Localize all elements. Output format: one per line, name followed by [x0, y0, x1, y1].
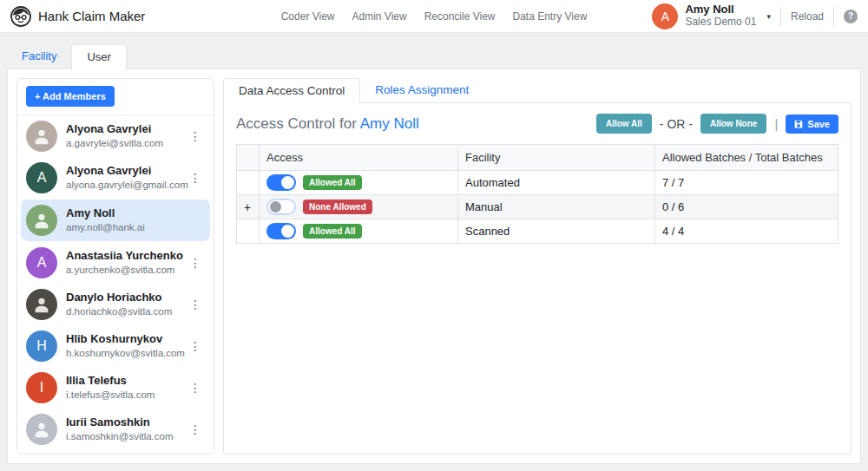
member-info: Alyona Gavrylei a.gavrylei@svitla.com	[66, 122, 177, 150]
list-item-member[interactable]: Iurii Samoshkin i.samoshkin@svitla.com ⋮	[19, 409, 212, 450]
member-email: a.gavrylei@svitla.com	[66, 137, 177, 150]
kebab-menu-icon[interactable]: ⋮	[186, 171, 205, 185]
save-label: Save	[807, 119, 830, 129]
reload-button[interactable]: Reload	[791, 10, 824, 23]
member-name: Alyona Gavrylei	[66, 122, 177, 137]
facility-cell: Manual	[458, 195, 655, 219]
member-photo-avatar	[26, 289, 57, 320]
nav-data-entry-view[interactable]: Data Entry View	[512, 10, 587, 23]
status-badge: None Allowed	[303, 200, 372, 214]
member-email: alyona.gavrylei@gmail.com	[66, 179, 177, 192]
access-title-prefix: Access Control for	[236, 115, 360, 132]
kebab-menu-icon[interactable]: ⋮	[186, 129, 205, 143]
column-facility: Facility	[458, 145, 655, 171]
member-photo-avatar	[26, 205, 57, 236]
app-header: Hank Claim Maker Coder View Admin View R…	[0, 0, 868, 33]
allow-none-button[interactable]: Allow None	[700, 114, 766, 134]
member-name: Amy Noll	[66, 206, 205, 221]
list-item-member[interactable]: H Hlib Koshurnykov h.koshurnykov@svitla.…	[19, 325, 212, 367]
member-name: Anastasiia Yurchenko	[66, 249, 177, 264]
tab-data-access-control[interactable]: Data Access Control	[223, 78, 360, 103]
list-item-member[interactable]: A Anastasiia Yurchenko a.yurchenko@svitl…	[19, 242, 212, 284]
list-item-member[interactable]: Alyona Gavrylei a.gavrylei@svitla.com ⋮	[19, 115, 212, 157]
tab-roles-assignment[interactable]: Roles Assignment	[360, 78, 483, 102]
nav-reconcile-view[interactable]: Reconcile View	[424, 10, 496, 23]
row-expander-plus[interactable]: +	[237, 195, 260, 219]
tab-facility[interactable]: Facility	[7, 44, 71, 69]
access-cell-wrap: None Allowed	[260, 195, 458, 219]
add-members-button[interactable]: + Add Members	[26, 86, 115, 107]
status-badge: Allowed All	[303, 175, 362, 190]
allow-all-button[interactable]: Allow All	[596, 114, 652, 134]
member-list: Alyona Gavrylei a.gavrylei@svitla.com ⋮ …	[17, 115, 214, 450]
member-info: Anastasiia Yurchenko a.yurchenko@svitla.…	[66, 249, 177, 277]
chevron-down-icon: ▾	[766, 12, 771, 21]
access-panel: Data Access Control Roles Assignment Acc…	[223, 78, 852, 455]
member-email: a.yurchenko@svitla.com	[66, 264, 177, 277]
member-list-card: + Add Members Alyona Gavrylei a.gavrylei…	[16, 78, 214, 455]
app-title: Hank Claim Maker	[38, 9, 145, 23]
member-info: Amy Noll amy.noll@hank.ai	[66, 206, 205, 234]
kebab-menu-icon[interactable]: ⋮	[186, 298, 205, 311]
tab-user[interactable]: User	[71, 44, 126, 69]
member-email: amy.noll@hank.ai	[66, 221, 205, 234]
divider	[833, 7, 834, 26]
access-title-user: Amy Noll	[360, 115, 419, 132]
batches-cell: 4 / 4	[655, 219, 838, 244]
row-expander	[237, 171, 260, 195]
nav-coder-view[interactable]: Coder View	[281, 10, 335, 23]
member-email: h.koshurnykov@svitla.com	[66, 347, 177, 360]
member-info: Alyona Gavrylei alyona.gavrylei@gmail.co…	[66, 164, 177, 192]
help-icon[interactable]: ?	[844, 10, 858, 23]
access-toggle-off[interactable]	[266, 199, 296, 215]
user-name: Amy Noll	[685, 3, 756, 16]
kebab-menu-icon[interactable]: ⋮	[186, 381, 205, 395]
member-email: d.horiachko@svitla.com	[66, 305, 177, 318]
tab-content: + Add Members Alyona Gavrylei a.gavrylei…	[7, 69, 861, 464]
main-tab-bar: Facility User	[7, 44, 861, 69]
member-name: Iurii Samoshkin	[66, 415, 177, 430]
save-icon	[794, 120, 803, 128]
kebab-menu-icon[interactable]: ⋮	[186, 422, 205, 436]
member-info: Illia Telefus i.telefus@svitla.com	[66, 374, 177, 402]
kebab-menu-icon[interactable]: ⋮	[186, 256, 205, 270]
list-item-member[interactable]: A Alyona Gavrylei alyona.gavrylei@gmail.…	[19, 157, 212, 199]
access-toggle-on[interactable]	[266, 174, 296, 191]
add-members-row: + Add Members	[17, 79, 214, 115]
facility-cell: Automated	[458, 171, 655, 195]
list-item-member[interactable]: Danylo Horiachko d.horiachko@svitla.com …	[19, 284, 212, 325]
row-expander	[237, 219, 260, 244]
user-text: Amy Noll Sales Demo 01	[685, 3, 756, 29]
page-title: Access Control for Amy Noll	[236, 115, 419, 133]
brand: Hank Claim Maker	[10, 6, 145, 27]
panel-tab-bar: Data Access Control Roles Assignment	[223, 78, 852, 102]
table-header-row: Access Facility Allowed Batches / Total …	[237, 145, 838, 171]
column-access: Access	[260, 145, 458, 171]
member-letter-avatar: A	[26, 162, 57, 193]
member-email: i.samoshkin@svitla.com	[66, 430, 177, 443]
user-org: Sales Demo 01	[685, 16, 756, 29]
member-photo-avatar	[26, 414, 57, 445]
access-toggle-on[interactable]	[266, 223, 296, 239]
list-item-member[interactable]: I Illia Telefus i.telefus@svitla.com ⋮	[19, 367, 212, 409]
member-letter-avatar: I	[26, 372, 57, 403]
top-nav: Coder View Admin View Reconcile View Dat…	[281, 10, 588, 23]
batches-cell: 7 / 7	[655, 171, 838, 195]
user-menu[interactable]: A Amy Noll Sales Demo 01 ▾	[652, 3, 771, 29]
member-letter-avatar: A	[26, 247, 57, 278]
nav-admin-view[interactable]: Admin View	[352, 10, 407, 23]
access-control-card: Access Control for Amy Noll Allow All - …	[223, 102, 852, 455]
access-table: Access Facility Allowed Batches / Total …	[236, 144, 838, 244]
member-name: Alyona Gavrylei	[66, 164, 177, 179]
column-expander	[237, 145, 260, 171]
access-toolbar: Allow All - OR - Allow None | Save	[596, 114, 838, 134]
member-photo-avatar	[26, 121, 57, 152]
save-button[interactable]: Save	[786, 114, 838, 134]
member-letter-avatar: H	[26, 330, 57, 362]
batches-cell: 0 / 6	[655, 195, 838, 219]
access-cell-wrap: Allowed All	[260, 171, 458, 195]
kebab-menu-icon[interactable]: ⋮	[186, 339, 205, 353]
list-item-member-selected[interactable]: Amy Noll amy.noll@hank.ai	[21, 200, 210, 241]
member-name: Illia Telefus	[66, 374, 177, 389]
column-batches: Allowed Batches / Total Batches	[655, 145, 838, 171]
